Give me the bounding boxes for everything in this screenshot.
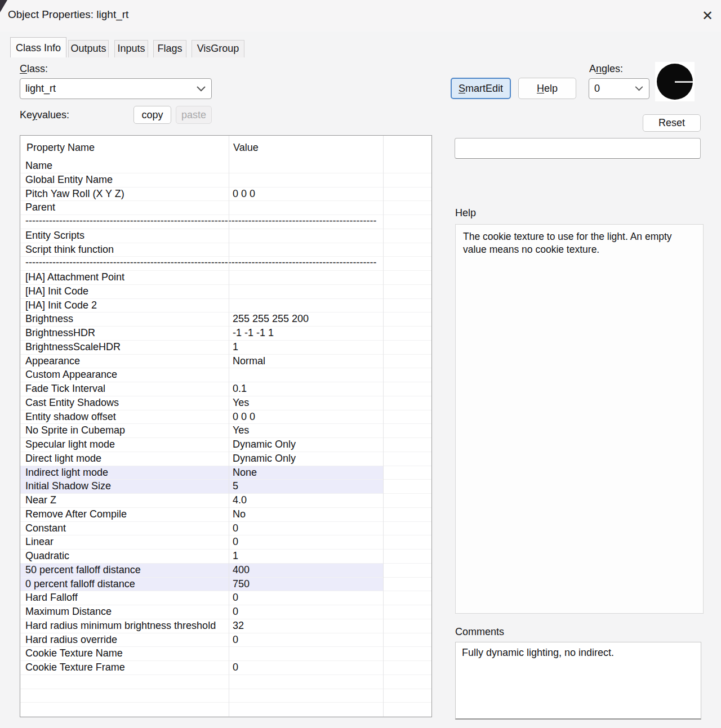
table-row[interactable]: AppearanceNormal [20, 355, 431, 369]
property-name-cell[interactable]: Entity shadow offset [20, 410, 229, 424]
property-value-cell[interactable]: 1 [229, 341, 383, 354]
column-divider[interactable] [383, 136, 384, 717]
table-row[interactable]: Global Entity Name [20, 173, 431, 187]
table-row[interactable]: [HA] Attachment Point [20, 271, 431, 285]
property-name-cell[interactable]: Appearance [20, 355, 229, 368]
property-value-cell[interactable] [229, 173, 383, 187]
property-value-cell[interactable]: 4.0 [229, 494, 383, 507]
class-dropdown[interactable]: light_rt [20, 78, 212, 99]
table-row[interactable]: Direct light modeDynamic Only [20, 452, 431, 466]
property-value-cell[interactable]: Dynamic Only [229, 438, 383, 452]
property-value-cell[interactable]: 750 [229, 578, 383, 591]
property-name-cell[interactable]: BrightnessHDR [20, 327, 229, 340]
property-value-cell[interactable]: None [229, 466, 383, 480]
property-value-cell[interactable]: 0 0 0 [229, 410, 383, 424]
angles-dropdown[interactable]: 0 [589, 78, 649, 99]
tab-flags[interactable]: Flags [153, 40, 186, 57]
property-name-cell[interactable]: Maximum Distance [20, 605, 229, 619]
property-name-cell[interactable]: Pitch Yaw Roll (X Y Z) [20, 187, 229, 201]
property-name-cell[interactable]: Initial Shadow Size [20, 480, 229, 493]
property-name-cell[interactable]: Specular light mode [20, 438, 229, 452]
table-row[interactable] [20, 689, 431, 703]
property-value-cell[interactable]: 0 [229, 522, 383, 535]
table-row[interactable]: Entity shadow offset0 0 0 [20, 410, 431, 425]
property-name-cell[interactable]: [HA] Init Code [20, 285, 229, 298]
property-value-cell[interactable]: 0 [229, 633, 383, 647]
reset-button[interactable]: Reset [643, 114, 701, 132]
tab-outputs[interactable]: Outputs [68, 40, 109, 57]
table-row[interactable]: Near Z4.0 [20, 494, 431, 508]
smartedit-button[interactable]: SmartEdit [451, 78, 511, 99]
property-value-cell[interactable] [229, 675, 383, 689]
property-name-cell[interactable]: Script think function [20, 243, 229, 257]
property-name-cell[interactable]: Constant [20, 522, 229, 535]
property-value-cell[interactable]: 0 [229, 591, 383, 605]
property-name-cell[interactable] [20, 703, 229, 716]
property-name-cell[interactable]: [HA] Init Code 2 [20, 299, 229, 312]
tab-visgroup[interactable]: VisGroup [192, 40, 244, 57]
property-name-cell[interactable]: Indirect light mode [20, 466, 229, 480]
property-value-cell[interactable] [229, 201, 383, 215]
property-value-cell[interactable]: 5 [229, 480, 383, 493]
table-row[interactable]: Custom Appearance [20, 368, 431, 382]
property-name-cell[interactable]: Quadratic [20, 550, 229, 563]
property-value-cell[interactable] [229, 159, 383, 173]
table-row[interactable]: Cookie Texture Name [20, 647, 431, 661]
property-name-cell[interactable]: Brightness [20, 312, 229, 326]
property-name-cell[interactable]: Remove After Compile [20, 508, 229, 521]
table-row[interactable]: 50 percent falloff distance400 [20, 564, 431, 578]
property-name-cell[interactable]: Hard radius minimum brightness threshold [20, 619, 229, 633]
property-name-cell[interactable]: Direct light mode [20, 452, 229, 466]
property-name-cell[interactable]: No Sprite in Cubemap [20, 424, 229, 437]
property-value-cell[interactable] [229, 229, 383, 243]
close-icon[interactable]: ✕ [697, 6, 718, 26]
property-value-cell[interactable]: Yes [229, 396, 383, 410]
property-value-cell[interactable]: 0.1 [229, 382, 383, 396]
table-row[interactable]: Fade Tick Interval0.1 [20, 382, 431, 396]
table-row[interactable]: Brightness255 255 255 200 [20, 312, 431, 327]
property-name-cell[interactable]: Hard radius override [20, 633, 229, 647]
table-row[interactable]: Entity Scripts [20, 229, 431, 243]
table-row[interactable]: Constant0 [20, 522, 431, 536]
property-value-cell[interactable] [229, 689, 383, 703]
table-row[interactable] [20, 675, 431, 689]
comments-input[interactable]: Fully dynamic lighting, no indirect. [455, 642, 701, 720]
copy-button[interactable]: copy [133, 106, 171, 124]
property-value-cell[interactable]: 1 [229, 550, 383, 563]
property-value-cell[interactable]: 0 [229, 661, 383, 675]
property-name-cell[interactable]: Cast Entity Shadows [20, 396, 229, 410]
table-row[interactable]: No Sprite in CubemapYes [20, 424, 431, 438]
property-name-cell[interactable]: Name [20, 159, 229, 173]
table-row[interactable]: Cookie Texture Frame0 [20, 661, 431, 675]
table-separator-row[interactable]: ----------------------------------------… [20, 215, 431, 229]
table-row[interactable] [20, 703, 431, 717]
property-value-cell[interactable]: 32 [229, 619, 383, 633]
table-row[interactable]: Initial Shadow Size5 [20, 480, 431, 494]
property-name-cell[interactable]: Entity Scripts [20, 229, 229, 243]
table-row[interactable]: Remove After CompileNo [20, 508, 431, 522]
property-value-cell[interactable] [229, 647, 383, 660]
property-value-cell[interactable]: Yes [229, 424, 383, 437]
property-value-cell[interactable]: 0 0 0 [229, 187, 383, 201]
table-row[interactable]: Quadratic1 [20, 550, 431, 564]
property-name-cell[interactable]: Cookie Texture Frame [20, 661, 229, 675]
property-name-cell[interactable]: 0 percent falloff distance [20, 578, 229, 591]
table-row[interactable]: BrightnessHDR-1 -1 -1 1 [20, 327, 431, 341]
filter-input[interactable] [455, 138, 701, 159]
table-row[interactable]: Pitch Yaw Roll (X Y Z)0 0 0 [20, 187, 431, 202]
table-row[interactable]: Script think function [20, 243, 431, 257]
property-value-cell[interactable]: 255 255 255 200 [229, 312, 383, 326]
property-name-cell[interactable]: Linear [20, 535, 229, 549]
property-name-cell[interactable]: Near Z [20, 494, 229, 507]
property-value-cell[interactable] [229, 368, 383, 382]
tab-class-info[interactable]: Class Info [10, 37, 66, 57]
table-row[interactable]: Maximum Distance0 [20, 605, 431, 619]
table-row[interactable]: Name [20, 159, 431, 173]
property-value-cell[interactable]: Dynamic Only [229, 452, 383, 466]
property-value-cell[interactable] [229, 703, 383, 716]
property-value-cell[interactable]: No [229, 508, 383, 521]
paste-button[interactable]: paste [176, 106, 212, 124]
table-row[interactable]: Hard Falloff0 [20, 591, 431, 605]
tab-inputs[interactable]: Inputs [114, 40, 148, 57]
table-row[interactable]: Parent [20, 201, 431, 215]
